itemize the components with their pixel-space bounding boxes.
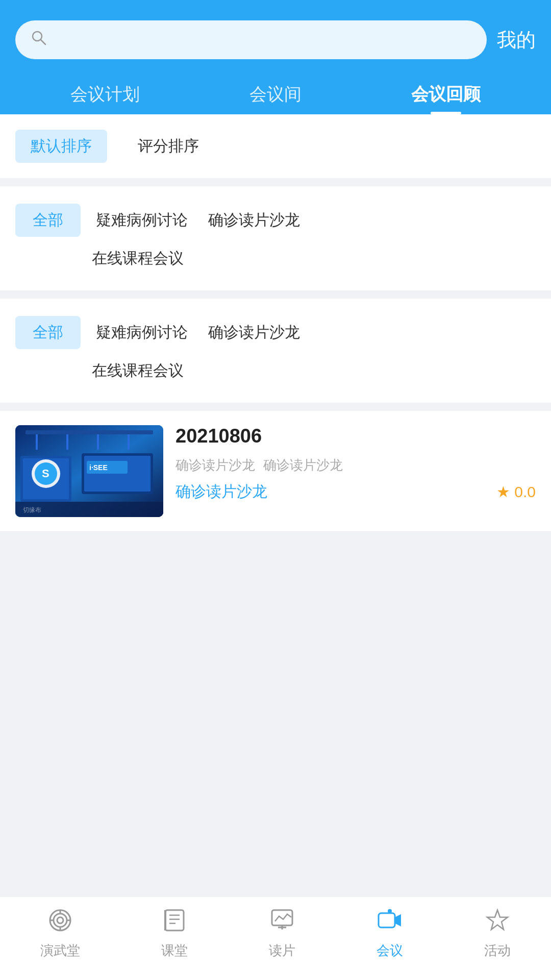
bottom-nav: 演武堂 课堂 读片 <box>0 896 551 980</box>
svg-marker-37 <box>487 910 508 929</box>
nav-label-yanwutang: 演武堂 <box>40 942 80 960</box>
filter-row-1: 全部 疑难病例讨论 确诊读片沙龙 <box>15 197 536 244</box>
nav-label-huodong: 活动 <box>484 942 511 960</box>
my-button[interactable]: 我的 <box>497 27 536 53</box>
svg-rect-4 <box>36 434 38 450</box>
nav-label-dupian: 读片 <box>269 942 295 960</box>
svg-rect-3 <box>26 430 153 434</box>
svg-text:切缘布: 切缘布 <box>23 506 41 513</box>
filter-row-2: 全部 疑难病例讨论 确诊读片沙龙 <box>15 309 536 356</box>
svg-text:S: S <box>42 467 49 480</box>
meeting-bottom-0: 确诊读片沙龙 ★ 0.0 <box>176 481 536 502</box>
header: 我的 会议计划 会议间 会议回顾 <box>0 0 551 114</box>
meeting-type-link-0[interactable]: 确诊读片沙龙 <box>176 481 267 502</box>
video-icon <box>377 907 403 938</box>
target-icon <box>47 907 73 938</box>
meeting-tag-gray-0-1: 确诊读片沙龙 <box>263 456 343 474</box>
filter-all-btn-2[interactable]: 全部 <box>15 316 81 349</box>
svg-text:i·SEE: i·SEE <box>89 463 108 472</box>
svg-marker-35 <box>395 914 401 926</box>
rating-value-0: 0.0 <box>514 483 536 501</box>
book-icon <box>161 907 188 938</box>
svg-point-36 <box>388 909 392 913</box>
nav-item-yanwutang[interactable]: 演武堂 <box>30 907 90 960</box>
tabs: 会议计划 会议间 会议回顾 <box>15 75 536 114</box>
nav-item-huiyi[interactable]: 会议 <box>366 907 413 960</box>
meeting-info-0: 20210806 确诊读片沙龙 确诊读片沙龙 确诊读片沙龙 ★ 0.0 <box>176 425 536 502</box>
sort-default-button[interactable]: 默认排序 <box>15 130 107 163</box>
meeting-card-0[interactable]: S i·SEE 切缘布 20210806 <box>0 411 551 532</box>
tab-plan[interactable]: 会议计划 <box>60 75 150 114</box>
svg-rect-34 <box>379 913 395 927</box>
meeting-list: S i·SEE 切缘布 20210806 <box>0 411 551 532</box>
nav-item-huodong[interactable]: 活动 <box>474 907 521 960</box>
filter-section-1: 全部 疑难病例讨论 确诊读片沙龙 在线课程会议 <box>0 186 551 290</box>
search-bar[interactable] <box>15 20 487 59</box>
tab-room[interactable]: 会议间 <box>239 75 312 114</box>
filter-all-btn-1[interactable]: 全部 <box>15 204 81 237</box>
svg-rect-26 <box>165 910 184 930</box>
svg-rect-7 <box>128 434 130 450</box>
filter-row-1b: 在线课程会议 <box>15 244 536 280</box>
filter-row-2b: 在线课程会议 <box>15 356 536 393</box>
search-icon <box>31 30 47 50</box>
sort-score-button[interactable]: 评分排序 <box>122 130 214 163</box>
filter-section-2: 全部 疑难病例讨论 确诊读片沙龙 在线课程会议 <box>0 299 551 403</box>
meeting-thumbnail-0: S i·SEE 切缘布 <box>15 425 163 517</box>
meeting-tags-0: 确诊读片沙龙 确诊读片沙龙 <box>176 456 536 474</box>
filter-tag-1-1[interactable]: 确诊读片沙龙 <box>203 206 305 235</box>
svg-rect-6 <box>97 434 99 450</box>
tab-review[interactable]: 会议回顾 <box>401 75 491 114</box>
star-nav-icon <box>484 907 511 938</box>
filter-tag-2-1[interactable]: 确诊读片沙龙 <box>203 318 305 347</box>
svg-point-20 <box>54 914 67 927</box>
filter-tag-2-0[interactable]: 疑难病例讨论 <box>91 318 193 347</box>
sort-row: 默认排序 评分排序 <box>0 114 551 178</box>
meeting-title-0: 20210806 <box>176 425 536 447</box>
filter-tag-1-2[interactable]: 在线课程会议 <box>87 244 189 273</box>
svg-rect-5 <box>66 434 68 450</box>
chart-icon <box>269 907 295 938</box>
content: 默认排序 评分排序 全部 疑难病例讨论 确诊读片沙龙 在线课程会议 全部 疑难病… <box>0 114 551 898</box>
svg-line-1 <box>41 40 45 44</box>
header-top: 我的 <box>15 20 536 59</box>
star-icon: ★ <box>496 483 510 501</box>
nav-label-ketang: 课堂 <box>161 942 188 960</box>
svg-point-21 <box>57 917 63 923</box>
meeting-rating-0: ★ 0.0 <box>496 483 536 501</box>
nav-label-huiyi: 会议 <box>377 942 403 960</box>
filter-tag-1-0[interactable]: 疑难病例讨论 <box>91 206 193 235</box>
nav-item-ketang[interactable]: 课堂 <box>151 907 198 960</box>
meeting-tag-gray-0-0: 确诊读片沙龙 <box>176 456 255 474</box>
filter-tag-2-2[interactable]: 在线课程会议 <box>87 356 189 385</box>
nav-item-dupian[interactable]: 读片 <box>259 907 306 960</box>
